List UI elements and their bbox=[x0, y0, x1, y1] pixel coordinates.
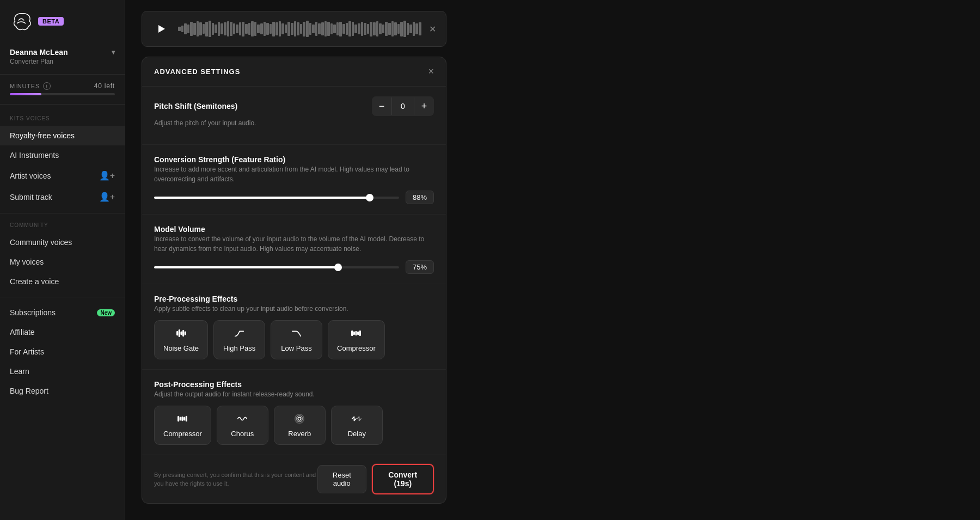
chorus-label: Chorus bbox=[231, 430, 254, 438]
pitch-decrement-button[interactable]: − bbox=[372, 96, 391, 116]
noise-gate-icon bbox=[175, 327, 187, 341]
svg-rect-7 bbox=[354, 332, 355, 335]
panel-title: ADVANCED SETTINGS bbox=[154, 68, 240, 76]
waveform-bar bbox=[254, 22, 257, 35]
user-section[interactable]: Deanna McLean ▾ Converter Plan bbox=[0, 42, 125, 75]
waveform-bar bbox=[346, 23, 348, 35]
waveform-bar bbox=[224, 22, 226, 35]
waveform-bar bbox=[218, 22, 220, 35]
waveform-bar bbox=[251, 21, 254, 37]
pre-processing-description: Apply subtle effects to clean up your in… bbox=[154, 304, 434, 314]
waveform-visualization bbox=[178, 19, 421, 39]
waveform-bar bbox=[279, 21, 281, 37]
compressor-post-label: Compressor bbox=[163, 430, 202, 438]
svg-rect-13 bbox=[182, 417, 183, 420]
waveform-bar bbox=[227, 21, 230, 37]
sidebar-item-ai-instruments[interactable]: AI Instruments bbox=[0, 145, 125, 165]
close-player-button[interactable]: ✕ bbox=[429, 24, 436, 34]
sidebar-item-create-a-voice[interactable]: Create a voice bbox=[0, 272, 125, 291]
waveform-bar bbox=[300, 24, 303, 34]
kits-voices-label: KITS VOICES bbox=[0, 115, 125, 126]
sidebar-item-for-artists[interactable]: For Artists bbox=[0, 342, 125, 362]
sidebar-item-artist-voices[interactable]: Artist voices 👤+ bbox=[0, 165, 125, 186]
waveform-bar bbox=[303, 22, 305, 36]
reverb-icon bbox=[293, 413, 305, 426]
pre-processing-title: Pre-Processing Effects bbox=[154, 295, 237, 303]
sidebar-item-subscriptions[interactable]: Subscriptions New bbox=[0, 303, 125, 322]
play-button[interactable] bbox=[152, 20, 170, 38]
effect-high-pass-button[interactable]: High Pass bbox=[213, 320, 265, 359]
sidebar-item-learn[interactable]: Learn bbox=[0, 362, 125, 381]
sidebar-item-submit-track[interactable]: Submit track 👤+ bbox=[0, 186, 125, 207]
waveform-bar bbox=[281, 23, 284, 34]
effect-delay-button[interactable]: Delay bbox=[331, 406, 383, 445]
model-volume-thumb[interactable] bbox=[334, 264, 342, 271]
sidebar-item-label: Bug Report bbox=[10, 387, 48, 395]
waveform-bar bbox=[199, 22, 202, 35]
conversion-strength-slider[interactable] bbox=[154, 197, 399, 199]
sidebar-item-label: Subscriptions bbox=[10, 308, 56, 317]
conversion-strength-title: Conversion Strength (Feature Ratio) bbox=[154, 155, 285, 164]
waveform-bar bbox=[407, 23, 409, 35]
sidebar-item-community-voices[interactable]: Community voices bbox=[0, 233, 125, 252]
effect-noise-gate-button[interactable]: Noise Gate bbox=[154, 320, 208, 359]
waveform-player: ✕ bbox=[142, 11, 446, 47]
waveform-bar bbox=[348, 21, 351, 37]
model-volume-slider[interactable] bbox=[154, 266, 399, 268]
effect-compressor-pre-button[interactable]: Compressor bbox=[328, 320, 385, 359]
waveform-bar bbox=[373, 22, 376, 35]
panel-footer: By pressing convert, you confirm that th… bbox=[142, 455, 446, 503]
waveform-bar bbox=[212, 23, 215, 35]
waveform-bar bbox=[297, 22, 299, 35]
user-name-row[interactable]: Deanna McLean ▾ bbox=[10, 48, 115, 57]
waveform-bar bbox=[419, 22, 421, 35]
main-content: ✕ ADVANCED SETTINGS × Pitch Shift (Semit… bbox=[125, 0, 980, 520]
pitch-shift-header: Pitch Shift (Semitones) − 0 + bbox=[154, 96, 434, 116]
waveform-bar bbox=[312, 25, 315, 33]
waveform-bar bbox=[187, 25, 190, 33]
convert-button[interactable]: Convert (19s) bbox=[372, 464, 434, 494]
conversion-strength-description: Increase to add more accent and articula… bbox=[154, 164, 434, 184]
conversion-strength-value: 88% bbox=[406, 191, 434, 204]
sidebar-item-bug-report[interactable]: Bug Report bbox=[0, 381, 125, 401]
minutes-info-icon[interactable]: i bbox=[43, 82, 51, 90]
model-volume-row: Model Volume Increase to convert the vol… bbox=[142, 215, 446, 284]
waveform-bar bbox=[400, 22, 403, 36]
effect-compressor-post-button[interactable]: Compressor bbox=[154, 406, 211, 445]
sidebar-item-label: Royalty-free voices bbox=[10, 131, 75, 140]
noise-gate-label: Noise Gate bbox=[163, 344, 199, 352]
waveform-bar bbox=[315, 22, 318, 35]
reset-audio-button[interactable]: Reset audio bbox=[317, 465, 366, 493]
delay-icon bbox=[351, 413, 363, 426]
new-badge: New bbox=[97, 309, 115, 316]
effect-chorus-button[interactable]: Chorus bbox=[217, 406, 268, 445]
svg-rect-9 bbox=[358, 332, 359, 335]
post-processing-title: Post-Processing Effects bbox=[154, 380, 242, 389]
effect-low-pass-button[interactable]: Low Pass bbox=[271, 320, 322, 359]
sidebar-divider-1 bbox=[0, 213, 125, 213]
panel-close-button[interactable]: × bbox=[428, 66, 434, 77]
waveform-bar bbox=[339, 22, 342, 36]
conversion-strength-thumb[interactable] bbox=[366, 194, 373, 201]
waveform-bar bbox=[220, 23, 223, 34]
waveform-bar bbox=[181, 26, 184, 33]
waveform-bar bbox=[248, 23, 251, 35]
waveform-bar bbox=[324, 21, 327, 37]
beta-badge: BETA bbox=[38, 17, 64, 26]
waveform-bar bbox=[266, 23, 269, 35]
minutes-label-text: MINUTES bbox=[10, 83, 40, 89]
sidebar-item-royalty-free-voices[interactable]: Royalty-free voices bbox=[0, 126, 125, 145]
waveform-bar bbox=[333, 25, 336, 33]
model-volume-slider-container: 75% bbox=[154, 260, 434, 274]
sidebar-item-label: Affiliate bbox=[10, 328, 35, 337]
effect-reverb-button[interactable]: Reverb bbox=[274, 406, 326, 445]
waveform-bar bbox=[352, 22, 354, 35]
waveform-bar bbox=[321, 22, 324, 35]
waveform-bar bbox=[306, 21, 309, 38]
waveform-bar bbox=[364, 23, 366, 35]
pre-processing-row: Pre-Processing Effects Apply subtle effe… bbox=[142, 284, 446, 370]
sidebar-item-affiliate[interactable]: Affiliate bbox=[0, 322, 125, 342]
pitch-increment-button[interactable]: + bbox=[414, 96, 434, 116]
high-pass-label: High Pass bbox=[223, 344, 255, 352]
sidebar-item-my-voices[interactable]: My voices bbox=[0, 252, 125, 272]
